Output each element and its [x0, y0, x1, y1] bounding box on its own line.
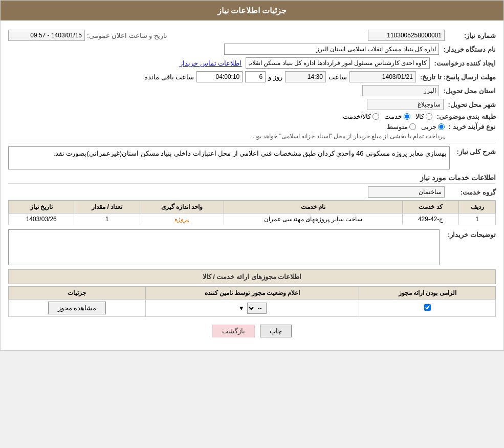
perm-table: الزامی بودن ارائه مجوز اعلام وضعیت مجوز …: [8, 286, 496, 317]
table-row: 1 ج-42-429 ساخت سایر پروژههای مهندسی عمر…: [9, 214, 496, 225]
nam-dastgah-label: نام دستگاه خریدار:: [439, 46, 496, 53]
perm-row: -- ▼ مشاهده مجوز: [9, 300, 496, 317]
perm-col-ealam: اعلام وضعیت مجوز توسط نامین کننده: [145, 287, 359, 300]
mohlet-label: مهلت ارسال پاسخ: تا تاریخ:: [416, 73, 496, 81]
chevron-down-icon: ▼: [238, 305, 245, 312]
ostan-input: [362, 85, 439, 96]
sharh-label: شرح کلی نیاز:: [450, 146, 496, 156]
col-name: نام خدمت: [224, 201, 403, 214]
ijad-konande-link[interactable]: اطلاعات تماس خریدار: [180, 59, 242, 67]
print-button[interactable]: چاپ: [260, 325, 292, 337]
tarikh-elan-input: [8, 30, 85, 41]
khadamat-title: اطلاعات خدمات مورد نیاز: [8, 174, 496, 184]
col-vahed: واحد اندازه گیری: [140, 201, 224, 214]
back-button[interactable]: بازگشت: [212, 325, 255, 337]
cell-vahed[interactable]: پروژه: [140, 214, 224, 225]
mojavez-title: اطلاعات مجوزهای ارائه خدمت / کالا: [8, 269, 496, 284]
radio-motavaset-label: متوسط: [387, 123, 408, 131]
tozihat-label: توضیحات خریدار:: [440, 229, 496, 239]
radio-kala-khadamat-label: کالا/خدمت: [343, 113, 371, 120]
mohlet-roz-label: روز و: [266, 73, 285, 81]
radio-kala-khadamat[interactable]: [372, 113, 379, 120]
col-tedad: تعداد / مقدار: [74, 201, 140, 214]
radio-khadamat[interactable]: [404, 113, 410, 120]
mohlet-countdown-input: [196, 71, 243, 82]
mohlet-roz-input: [245, 71, 266, 82]
mohlet-time-input: [285, 71, 326, 82]
col-tarikh: تاریخ نیاز: [9, 201, 74, 214]
gorohe-khadamat-label: گروه خدمت:: [445, 188, 496, 196]
perm-col-joziat: جزئیات: [9, 287, 146, 300]
perm-col-elzami: الزامی بودن ارائه مجوز: [359, 287, 496, 300]
tozihat-textarea[interactable]: [8, 229, 440, 265]
cell-tarikh: 1403/03/26: [9, 214, 74, 225]
radio-kala[interactable]: [426, 113, 432, 120]
col-radif: ردیف: [459, 201, 496, 214]
radio-jozi-label: جزیی: [421, 123, 436, 131]
radio-khadamat-label: خدمت: [384, 113, 402, 120]
radio-kala-label: کالا: [415, 113, 424, 120]
mohlet-time-label: ساعت: [326, 73, 349, 81]
tarikh-elan-label: تاریخ و ساعت اعلان عمومی:: [85, 32, 169, 39]
mohlet-saat-mande-label: ساعت باقی مانده: [142, 73, 196, 81]
radio-jozi[interactable]: [438, 123, 445, 130]
ostan-label: استان محل تحویل:: [439, 87, 496, 95]
sharh-value: بهسازی معابر پروژه مسکونی 46 واحدی کردان…: [53, 150, 447, 157]
radio-motavaset[interactable]: [409, 123, 416, 130]
cell-tedad: 1: [74, 214, 140, 225]
shahr-input: [367, 99, 444, 110]
shomare-niaz-input: [368, 30, 445, 41]
ijad-konande-input: [246, 57, 430, 69]
ijad-konande-label: ایجاد کننده درخواست:: [430, 59, 496, 67]
tabaqe-label: طبقه بندی موضوعی:: [432, 113, 496, 120]
cell-name: ساخت سایر پروژههای مهندسی عمران: [224, 214, 403, 225]
shahr-label: شهر محل تحویل:: [444, 101, 496, 109]
services-table: ردیف کد خدمت نام خدمت واحد اندازه گیری ت…: [8, 200, 496, 225]
col-code: کد خدمت: [402, 201, 459, 214]
shomare-niaz-label: شماره نیاز:: [445, 32, 496, 39]
view-permit-button[interactable]: مشاهده مجوز: [48, 302, 106, 314]
perm-ealam-select[interactable]: --: [247, 303, 267, 314]
perm-elzami-checkbox[interactable]: [424, 304, 431, 311]
cell-code: ج-42-429: [402, 214, 459, 225]
page-title: جزئیات اطلاعات نیاز: [1, 1, 503, 20]
nooe-farayand-label: نوع فرآیند خرید :: [445, 123, 496, 131]
nam-dastgah-input: [224, 44, 439, 55]
process-desc: پرداخت تمام یا بخشی از مبلغ خریدار از مح…: [253, 133, 445, 140]
mohlet-date-input: [349, 71, 416, 82]
gorohe-khadamat-input: [368, 186, 445, 198]
cell-radif: 1: [459, 214, 496, 225]
